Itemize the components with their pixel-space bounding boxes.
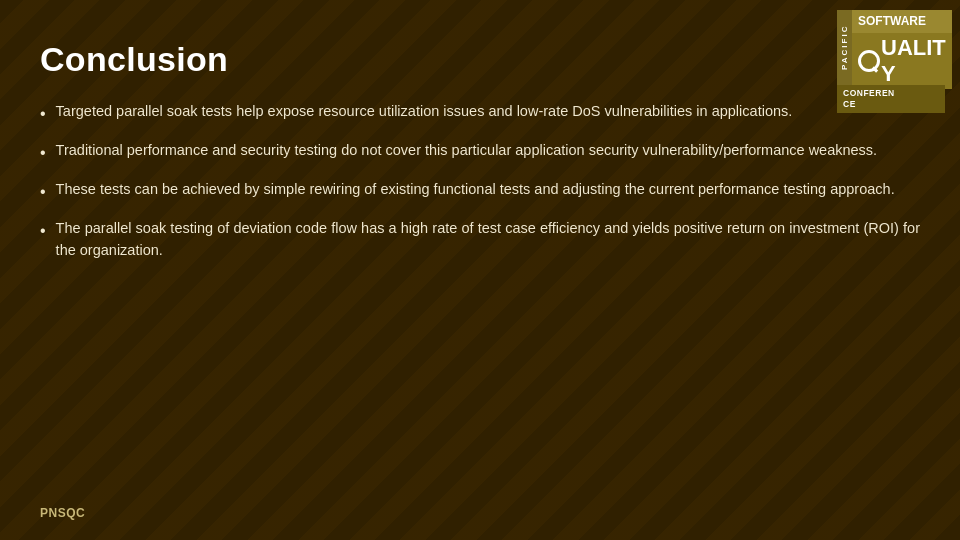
slide: PACIFIC SOFTWAR E UALITY CONFEREN CE Con… xyxy=(0,0,960,540)
slide-title: Conclusion xyxy=(40,40,920,79)
slide-footer: PNSQC xyxy=(40,506,920,520)
q-circle-icon xyxy=(858,50,880,72)
bullet-text: These tests can be achieved by simple re… xyxy=(56,179,920,201)
bullet-text: Targeted parallel soak tests help expose… xyxy=(56,101,920,123)
bullet-item: •These tests can be achieved by simple r… xyxy=(40,179,920,204)
bullet-item: •Targeted parallel soak tests help expos… xyxy=(40,101,920,126)
bullet-item: •Traditional performance and security te… xyxy=(40,140,920,165)
logo-container: PACIFIC SOFTWAR E UALITY CONFEREN CE xyxy=(837,10,945,113)
logo-conference-text: CONFEREN CE xyxy=(837,85,945,113)
logo-right-part: SOFTWAR E UALITY xyxy=(852,10,952,85)
bullet-dot: • xyxy=(40,102,46,126)
bullet-text: Traditional performance and security tes… xyxy=(56,140,920,162)
logo-software-text: SOFTWAR E xyxy=(852,10,952,33)
bullet-item: •The parallel soak testing of deviation … xyxy=(40,218,920,262)
bullets-list: •Targeted parallel soak tests help expos… xyxy=(40,101,920,496)
bullet-dot: • xyxy=(40,219,46,243)
bullet-dot: • xyxy=(40,180,46,204)
bullet-dot: • xyxy=(40,141,46,165)
logo-pacific-label: PACIFIC xyxy=(837,10,852,85)
logo-quality-text: UALITY xyxy=(852,33,952,89)
bullet-text: The parallel soak testing of deviation c… xyxy=(56,218,920,262)
logo-top-row: PACIFIC SOFTWAR E UALITY xyxy=(837,10,945,85)
